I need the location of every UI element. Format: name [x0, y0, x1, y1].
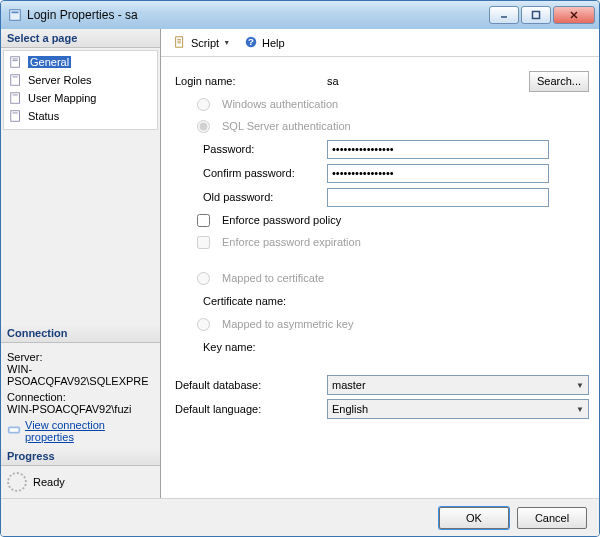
cancel-button[interactable]: Cancel — [517, 507, 587, 529]
default-lang-label: Default language: — [175, 403, 327, 415]
title-bar: Login Properties - sa — [1, 1, 599, 29]
link-label: View connection properties — [25, 419, 154, 443]
svg-rect-6 — [11, 57, 20, 68]
windows-auth-radio — [197, 98, 210, 111]
svg-rect-1 — [12, 12, 19, 14]
confirm-password-label: Confirm password: — [175, 167, 327, 179]
svg-rect-8 — [13, 60, 18, 61]
enforce-expiration-label: Enforce password expiration — [222, 236, 361, 248]
svg-rect-14 — [13, 113, 18, 114]
svg-text:?: ? — [248, 35, 254, 46]
maximize-button[interactable] — [521, 6, 551, 24]
connection-value: WIN-PSOACQFAV92\fuzi — [7, 403, 154, 415]
password-label: Password: — [175, 143, 327, 155]
password-input[interactable] — [327, 140, 549, 159]
connection-section: Server: WIN-PSOACQFAV92\SQLEXPRE Connect… — [1, 343, 160, 447]
form: Login name: sa Search... Windows authent… — [161, 57, 599, 498]
old-password-input[interactable] — [327, 188, 549, 207]
sidebar-item-label: User Mapping — [28, 92, 96, 104]
sidebar-item-status[interactable]: Status — [6, 107, 155, 125]
help-label: Help — [262, 37, 285, 49]
connection-label: Connection: — [7, 391, 154, 403]
sidebar-item-general[interactable]: General — [6, 53, 155, 71]
svg-rect-3 — [533, 12, 540, 19]
server-label: Server: — [7, 351, 154, 363]
old-password-label: Old password: — [175, 191, 327, 203]
default-language-select[interactable]: English ▼ — [327, 399, 589, 419]
page-icon — [8, 90, 24, 106]
svg-rect-0 — [10, 10, 21, 21]
search-button[interactable]: Search... — [529, 71, 589, 92]
ok-button[interactable]: OK — [439, 507, 509, 529]
mapped-asym-radio — [197, 318, 210, 331]
default-lang-value: English — [328, 403, 572, 415]
mapped-cert-radio — [197, 272, 210, 285]
page-icon — [8, 72, 24, 88]
help-icon: ? — [244, 35, 258, 51]
minimize-button[interactable] — [489, 6, 519, 24]
server-value: WIN-PSOACQFAV92\SQLEXPRE — [7, 363, 154, 387]
select-page-header: Select a page — [1, 29, 160, 48]
sidebar-item-server-roles[interactable]: Server Roles — [6, 71, 155, 89]
help-button[interactable]: ? Help — [240, 33, 289, 53]
svg-rect-11 — [11, 93, 20, 104]
key-name-label: Key name: — [175, 341, 327, 353]
connection-props-icon — [7, 423, 21, 439]
connection-header: Connection — [1, 324, 160, 343]
progress-ring-icon — [7, 472, 27, 492]
default-database-select[interactable]: master ▼ — [327, 375, 589, 395]
sidebar-item-label: Server Roles — [28, 74, 92, 86]
script-label: Script — [191, 37, 219, 49]
default-db-label: Default database: — [175, 379, 327, 391]
window-title: Login Properties - sa — [27, 8, 138, 22]
svg-rect-7 — [13, 59, 18, 60]
page-icon — [8, 108, 24, 124]
mapped-asym-label: Mapped to asymmetric key — [222, 318, 353, 330]
script-icon — [173, 35, 187, 51]
script-button[interactable]: Script ▼ — [169, 33, 234, 53]
enforce-expiration-checkbox — [197, 236, 210, 249]
cert-name-label: Certificate name: — [175, 295, 327, 307]
svg-rect-13 — [11, 111, 20, 122]
svg-rect-10 — [13, 77, 18, 78]
enforce-policy-label: Enforce password policy — [222, 214, 341, 226]
view-connection-properties-link[interactable]: View connection properties — [7, 419, 154, 443]
svg-rect-12 — [13, 95, 18, 96]
content-pane: Script ▼ ? Help Login name: sa Search...… — [161, 29, 599, 498]
progress-body: Ready — [1, 466, 160, 498]
progress-status: Ready — [33, 476, 65, 488]
windows-auth-label: Windows authentication — [222, 98, 338, 110]
mapped-cert-label: Mapped to certificate — [222, 272, 324, 284]
close-button[interactable] — [553, 6, 595, 24]
page-list: General Server Roles User Mapping Status — [3, 50, 158, 130]
progress-header: Progress — [1, 447, 160, 466]
confirm-password-input[interactable] — [327, 164, 549, 183]
sidebar-item-user-mapping[interactable]: User Mapping — [6, 89, 155, 107]
login-name-value: sa — [327, 75, 507, 87]
sql-auth-label: SQL Server authentication — [222, 120, 351, 132]
toolbar: Script ▼ ? Help — [161, 29, 599, 57]
svg-rect-16 — [10, 428, 19, 432]
sidebar-item-label: General — [28, 56, 71, 68]
chevron-down-icon: ▼ — [223, 39, 230, 46]
chevron-down-icon: ▼ — [572, 405, 588, 414]
default-db-value: master — [328, 379, 572, 391]
enforce-policy-checkbox[interactable] — [197, 214, 210, 227]
sidebar: Select a page General Server Roles User … — [1, 29, 161, 498]
sql-auth-radio — [197, 120, 210, 133]
login-name-label: Login name: — [175, 75, 327, 87]
sidebar-item-label: Status — [28, 110, 59, 122]
chevron-down-icon: ▼ — [572, 381, 588, 390]
svg-rect-9 — [11, 75, 20, 86]
footer: OK Cancel — [1, 498, 599, 536]
page-icon — [8, 54, 24, 70]
app-icon — [7, 7, 23, 23]
